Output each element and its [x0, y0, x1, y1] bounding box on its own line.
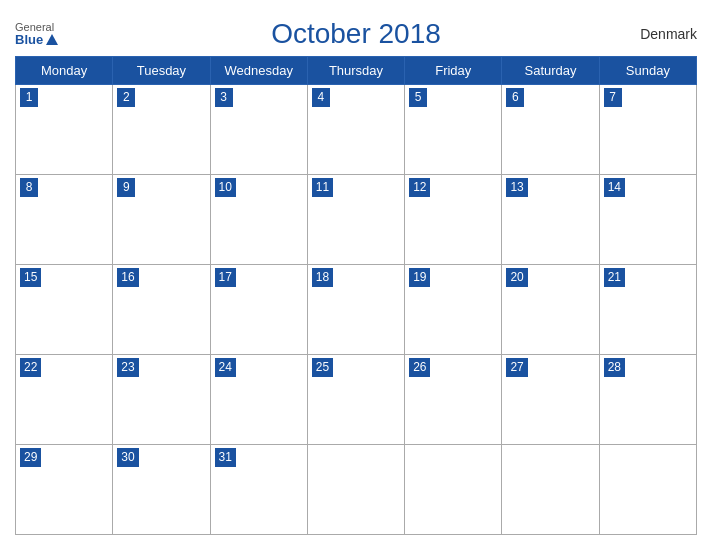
day-of-week-header: Monday	[16, 57, 113, 85]
day-number: 24	[215, 358, 236, 377]
calendar-day-cell: 27	[502, 355, 599, 445]
day-number: 18	[312, 268, 333, 287]
day-number: 3	[215, 88, 233, 107]
calendar-day-cell: 18	[307, 265, 404, 355]
day-number: 2	[117, 88, 135, 107]
day-number: 28	[604, 358, 625, 377]
calendar-header-row: MondayTuesdayWednesdayThursdayFridaySatu…	[16, 57, 697, 85]
day-number: 25	[312, 358, 333, 377]
day-number: 12	[409, 178, 430, 197]
day-number: 23	[117, 358, 138, 377]
calendar-table: MondayTuesdayWednesdayThursdayFridaySatu…	[15, 56, 697, 535]
day-of-week-header: Sunday	[599, 57, 696, 85]
calendar-day-cell: 21	[599, 265, 696, 355]
calendar-day-cell: 4	[307, 85, 404, 175]
logo-triangle-icon	[46, 34, 58, 45]
calendar-day-cell: 6	[502, 85, 599, 175]
calendar-day-cell: 1	[16, 85, 113, 175]
calendar-week-row: 15161718192021	[16, 265, 697, 355]
calendar-day-cell: 22	[16, 355, 113, 445]
calendar-day-cell: 31	[210, 445, 307, 535]
calendar-week-row: 891011121314	[16, 175, 697, 265]
calendar-day-cell: 13	[502, 175, 599, 265]
calendar-day-cell	[502, 445, 599, 535]
calendar-day-cell: 17	[210, 265, 307, 355]
day-number: 16	[117, 268, 138, 287]
day-number: 1	[20, 88, 38, 107]
day-number: 4	[312, 88, 330, 107]
calendar-day-cell: 8	[16, 175, 113, 265]
calendar-day-cell: 28	[599, 355, 696, 445]
day-of-week-header: Saturday	[502, 57, 599, 85]
calendar-day-cell: 2	[113, 85, 210, 175]
calendar-header: General Blue October 2018 Denmark	[15, 10, 697, 56]
logo-blue-text: Blue	[15, 33, 58, 46]
calendar-day-cell: 5	[405, 85, 502, 175]
day-of-week-header: Wednesday	[210, 57, 307, 85]
day-number: 7	[604, 88, 622, 107]
calendar-day-cell: 20	[502, 265, 599, 355]
day-of-week-header: Thursday	[307, 57, 404, 85]
day-number: 27	[506, 358, 527, 377]
day-number: 13	[506, 178, 527, 197]
calendar-day-cell: 23	[113, 355, 210, 445]
day-number: 14	[604, 178, 625, 197]
day-number: 19	[409, 268, 430, 287]
calendar-day-cell	[307, 445, 404, 535]
calendar-day-cell: 11	[307, 175, 404, 265]
calendar-day-cell: 3	[210, 85, 307, 175]
calendar-week-row: 22232425262728	[16, 355, 697, 445]
country-label: Denmark	[640, 26, 697, 42]
day-number: 5	[409, 88, 427, 107]
day-number: 29	[20, 448, 41, 467]
day-number: 26	[409, 358, 430, 377]
day-number: 11	[312, 178, 333, 197]
day-of-week-header: Tuesday	[113, 57, 210, 85]
logo: General Blue	[15, 22, 58, 46]
calendar-day-cell: 26	[405, 355, 502, 445]
calendar-day-cell: 25	[307, 355, 404, 445]
calendar-day-cell: 9	[113, 175, 210, 265]
calendar-day-cell: 10	[210, 175, 307, 265]
day-number: 21	[604, 268, 625, 287]
day-number: 31	[215, 448, 236, 467]
calendar-week-row: 1234567	[16, 85, 697, 175]
day-number: 20	[506, 268, 527, 287]
day-of-week-header: Friday	[405, 57, 502, 85]
calendar-day-cell: 14	[599, 175, 696, 265]
day-number: 15	[20, 268, 41, 287]
day-number: 8	[20, 178, 38, 197]
day-number: 6	[506, 88, 524, 107]
calendar-week-row: 293031	[16, 445, 697, 535]
calendar-day-cell: 12	[405, 175, 502, 265]
calendar-day-cell	[599, 445, 696, 535]
calendar-day-cell: 15	[16, 265, 113, 355]
calendar-day-cell: 19	[405, 265, 502, 355]
day-number: 30	[117, 448, 138, 467]
day-number: 22	[20, 358, 41, 377]
calendar-day-cell: 24	[210, 355, 307, 445]
calendar-title: October 2018	[271, 18, 441, 50]
day-number: 10	[215, 178, 236, 197]
day-number: 17	[215, 268, 236, 287]
day-number: 9	[117, 178, 135, 197]
calendar-day-cell: 29	[16, 445, 113, 535]
calendar-day-cell: 16	[113, 265, 210, 355]
calendar-day-cell	[405, 445, 502, 535]
calendar-day-cell: 7	[599, 85, 696, 175]
calendar-day-cell: 30	[113, 445, 210, 535]
